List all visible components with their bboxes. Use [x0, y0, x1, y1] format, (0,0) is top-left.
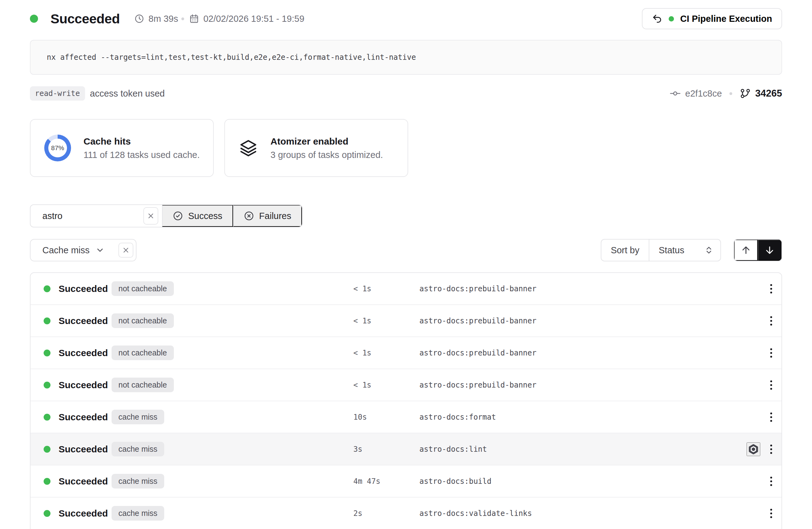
filter-success-label: Success	[188, 211, 222, 221]
task-row[interactable]: Succeeded cache miss 10s astro-docs:form…	[31, 401, 781, 434]
arrow-down-icon	[764, 245, 775, 256]
filter-failures-label: Failures	[259, 211, 291, 221]
task-row[interactable]: Succeeded cache miss 2s astro-docs:valid…	[31, 498, 781, 529]
row-menu-kebab-icon[interactable]	[769, 314, 773, 327]
run-daterange: 02/02/2026 19:51 - 19:59	[189, 14, 304, 24]
task-status-dot	[44, 446, 50, 453]
task-name[interactable]: astro-docs:format	[419, 413, 496, 422]
page-title: Succeeded	[50, 11, 120, 27]
task-duration: < 1s	[353, 317, 372, 325]
task-name[interactable]: astro-docs:validate-links	[419, 509, 532, 518]
row-menu-kebab-icon[interactable]	[769, 475, 773, 488]
task-duration: < 1s	[353, 381, 372, 390]
pipeline-execution-button[interactable]: CI Pipeline Execution	[642, 8, 782, 29]
cache-hits-card: 87% Cache hits 111 of 128 tasks used cac…	[30, 119, 214, 177]
task-cache-badge: not cacheable	[112, 378, 174, 392]
clear-chip-button[interactable]	[118, 243, 133, 258]
cache-hits-subtitle: 111 of 128 tasks used cache.	[84, 150, 200, 160]
clear-search-button[interactable]	[143, 207, 158, 225]
task-status-label: Succeeded	[59, 315, 112, 326]
task-row-actions	[746, 442, 773, 456]
cache-hits-title: Cache hits	[84, 136, 200, 147]
row-menu-kebab-icon[interactable]	[769, 507, 773, 520]
task-name[interactable]: astro-docs:prebuild-banner	[419, 349, 537, 357]
task-name[interactable]: astro-docs:prebuild-banner	[419, 284, 537, 293]
pipeline-button-label: CI Pipeline Execution	[680, 14, 772, 24]
task-status-label: Succeeded	[59, 283, 112, 294]
separator-dot	[182, 17, 184, 20]
task-list: Succeeded not cacheable < 1s astro-docs:…	[30, 272, 782, 529]
close-icon	[122, 246, 130, 254]
sort-ascending-button[interactable]	[734, 239, 758, 261]
task-cache-badge: not cacheable	[112, 313, 174, 328]
sort-descending-button[interactable]	[758, 239, 781, 261]
task-row-actions	[769, 314, 773, 327]
search-input[interactable]: astro	[31, 205, 162, 227]
run-header: Succeeded 8m 39s 02/02/2026 19:51 - 19:5…	[30, 8, 782, 30]
branch-count[interactable]: 34265	[755, 88, 782, 99]
command-box: nx affected --targets=lint,test,test-kt,…	[30, 40, 782, 75]
task-row[interactable]: Succeeded not cacheable < 1s astro-docs:…	[31, 369, 781, 401]
task-cache-badge: cache miss	[112, 474, 164, 488]
atomizer-subtitle: 3 groups of tasks optimized.	[271, 150, 383, 160]
back-arrow-icon	[652, 13, 663, 24]
cache-miss-filter-chip[interactable]: Cache miss	[30, 239, 136, 261]
row-menu-kebab-icon[interactable]	[769, 443, 773, 456]
task-name[interactable]: astro-docs:build	[419, 477, 491, 486]
run-duration-label: 8m 39s	[149, 14, 178, 24]
close-icon	[147, 212, 155, 220]
task-status-label: Succeeded	[59, 508, 112, 519]
cache-miss-chip-label: Cache miss	[42, 245, 90, 255]
task-row-actions	[769, 411, 773, 424]
task-name[interactable]: astro-docs:prebuild-banner	[419, 381, 537, 390]
row-menu-kebab-icon[interactable]	[769, 411, 773, 424]
token-scope-badge: read-write	[30, 86, 85, 101]
search-value: astro	[42, 211, 62, 221]
layers-icon	[239, 138, 258, 158]
cache-hits-donut: 87%	[44, 135, 71, 161]
task-status-label: Succeeded	[59, 444, 112, 455]
task-status-dot	[44, 350, 50, 356]
task-row[interactable]: Succeeded not cacheable < 1s astro-docs:…	[31, 273, 781, 305]
git-commit-icon	[670, 88, 681, 99]
vcs-info: e2f1c8ce 34265	[670, 88, 782, 99]
task-duration: 2s	[353, 509, 362, 518]
chevron-down-icon	[95, 246, 105, 255]
check-circle-icon	[173, 210, 183, 221]
task-cache-badge: cache miss	[112, 442, 164, 456]
run-daterange-label: 02/02/2026 19:51 - 19:59	[203, 14, 304, 24]
task-cache-badge: not cacheable	[112, 281, 174, 296]
sort-field-select[interactable]: Status	[649, 239, 720, 261]
task-status-label: Succeeded	[59, 476, 112, 487]
token-row: read-write access token used e2f1c8ce 34…	[30, 85, 782, 102]
atomizer-title: Atomizer enabled	[271, 136, 383, 147]
task-row[interactable]: Succeeded not cacheable < 1s astro-docs:…	[31, 337, 781, 369]
list-controls: Cache miss Sort by Status	[30, 239, 782, 261]
task-name[interactable]: astro-docs:prebuild-banner	[419, 317, 537, 325]
filter-failures-button[interactable]: Failures	[233, 205, 302, 227]
filter-success-button[interactable]: Success	[162, 205, 233, 227]
task-duration: < 1s	[353, 349, 372, 357]
self-healing-hexagon-icon[interactable]	[746, 442, 760, 456]
commit-hash[interactable]: e2f1c8ce	[685, 88, 722, 99]
command-text: nx affected --targets=lint,test,test-kt,…	[47, 53, 416, 62]
task-row[interactable]: Succeeded cache miss 3s astro-docs:lint	[31, 434, 781, 466]
task-row-actions	[769, 507, 773, 520]
task-row[interactable]: Succeeded not cacheable < 1s astro-docs:…	[31, 305, 781, 337]
task-status-dot	[44, 318, 50, 324]
git-branch-icon	[740, 88, 751, 99]
row-menu-kebab-icon[interactable]	[769, 379, 773, 392]
status-dot	[30, 15, 38, 23]
row-menu-kebab-icon[interactable]	[769, 282, 773, 295]
task-duration: < 1s	[353, 284, 372, 293]
task-duration: 4m 47s	[353, 477, 380, 486]
calendar-icon	[189, 14, 199, 24]
task-name[interactable]: astro-docs:lint	[419, 445, 487, 454]
row-menu-kebab-icon[interactable]	[769, 347, 773, 359]
task-row[interactable]: Succeeded cache miss 4m 47s astro-docs:b…	[31, 466, 781, 498]
task-status-label: Succeeded	[59, 380, 112, 391]
task-row-actions	[769, 282, 773, 295]
task-status-dot	[44, 285, 50, 292]
task-status-dot	[44, 382, 50, 388]
filter-bar: astro Success Failures	[30, 204, 782, 227]
